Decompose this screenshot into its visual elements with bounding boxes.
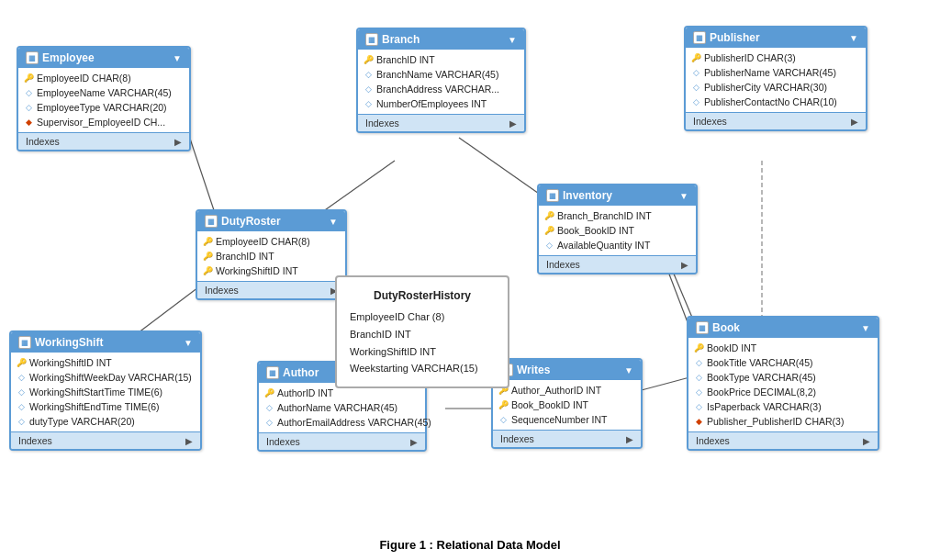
table-icon: ▦ (26, 51, 39, 64)
field-row: ◇ BranchName VARCHAR(45) (358, 67, 524, 82)
pk-icon: 🔑 (17, 358, 26, 367)
field-row: 🔑 Book_BookID INT (539, 223, 696, 238)
table-icon: ▦ (266, 366, 279, 379)
field-row: ◇ WorkingShiftEndTime TIME(6) (11, 399, 200, 414)
field-row: ◇ NumberOfEmployees INT (358, 96, 524, 111)
employee-table: ▦ Employee ▼ 🔑 EmployeeID CHAR(8) ◇ Empl… (17, 46, 191, 151)
dutyroster-table: ▦ DutyRoster ▼ 🔑 EmployeeID CHAR(8) 🔑 Br… (196, 209, 347, 300)
field-row: 🔑 EmployeeID CHAR(8) (18, 71, 189, 85)
pk-icon: 🔑 (694, 343, 703, 353)
field-row: 🔑 BranchID INT (358, 52, 524, 67)
writes-table: ▦ Writes ▼ 🔑 Author_AuthorID INT 🔑 Book_… (491, 358, 643, 449)
field-row: 🔑 WorkingShiftID INT (11, 355, 200, 370)
field-row: 🔑 Branch_BranchID INT (539, 208, 696, 223)
field-icon: ◇ (498, 415, 508, 424)
pk-icon: 🔑 (498, 400, 508, 409)
writes-header: ▦ Writes ▼ (493, 360, 641, 380)
field-row: 🔑 BranchID INT (197, 249, 345, 263)
writes-body: 🔑 Author_AuthorID INT 🔑 Book_BookID INT … (493, 380, 641, 430)
dutyroster-indexes[interactable]: Indexes ▶ (197, 281, 345, 298)
diagram-container: ▦ Employee ▼ 🔑 EmployeeID CHAR(8) ◇ Empl… (0, 0, 940, 532)
field-row: 🔑 Book_BookID INT (493, 398, 641, 412)
field-icon: ◇ (24, 103, 33, 112)
book-header: ▦ Book ▼ (688, 318, 878, 338)
branch-body: 🔑 BranchID INT ◇ BranchName VARCHAR(45) … (358, 50, 524, 114)
field-icon: ◇ (694, 387, 703, 397)
branch-table: ▦ Branch ▼ 🔑 BranchID INT ◇ BranchName V… (356, 28, 526, 133)
field-icon: ◇ (691, 83, 700, 92)
field-row: ◇ EmployeeName VARCHAR(45) (18, 85, 189, 100)
field-row: ◇ SequenceNumber INT (493, 412, 641, 427)
field-row: 🔑 Author_AuthorID INT (493, 383, 641, 398)
field-row: ◇ AvailableQuantity INT (539, 238, 696, 252)
field-icon: ◇ (691, 68, 700, 77)
publisher-indexes[interactable]: Indexes ▶ (686, 112, 866, 129)
field-row: ◇ BranchAddress VARCHAR... (358, 82, 524, 96)
table-icon: ▦ (546, 189, 559, 202)
branch-indexes[interactable]: Indexes ▶ (358, 114, 524, 131)
field-icon: ◇ (264, 403, 274, 412)
field-row: BranchID INT (350, 326, 495, 343)
field-row: ◇ PublisherCity VARCHAR(30) (686, 80, 866, 95)
employee-body: 🔑 EmployeeID CHAR(8) ◇ EmployeeName VARC… (18, 68, 189, 132)
field-row: 🔑 PublisherID CHAR(3) (686, 50, 866, 65)
workingshift-indexes[interactable]: Indexes ▶ (11, 431, 200, 449)
field-icon: ◇ (544, 241, 554, 250)
author-indexes[interactable]: Indexes ▶ (259, 432, 425, 450)
dutyrosterhistory-title: DutyRosterHistory (350, 286, 495, 305)
table-icon: ▦ (696, 321, 709, 334)
field-row: ◇ WorkingShiftStartTime TIME(6) (11, 385, 200, 399)
field-icon: ◇ (24, 88, 33, 97)
field-row: ◇ AuthorEmailAddress VARCHAR(45) (259, 415, 425, 430)
field-icon: ◇ (694, 358, 703, 367)
employee-header: ▦ Employee ▼ (18, 48, 189, 68)
field-row: ◆ Supervisor_EmployeeID CH... (18, 115, 189, 129)
field-icon: ◇ (364, 70, 373, 79)
field-row: ◆ Publisher_PublisherID CHAR(3) (688, 414, 878, 429)
notnull-icon: ◆ (694, 417, 703, 426)
table-icon: ▦ (365, 33, 378, 46)
book-indexes[interactable]: Indexes ▶ (688, 431, 878, 449)
workingshift-body: 🔑 WorkingShiftID INT ◇ WorkingShiftWeekD… (11, 353, 200, 431)
field-icon: ◇ (364, 99, 373, 108)
table-icon: ▦ (18, 336, 31, 349)
field-icon: ◇ (691, 97, 700, 106)
field-row: ◇ BookTitle VARCHAR(45) (688, 355, 878, 370)
pk-icon: 🔑 (364, 55, 373, 64)
field-icon: ◇ (264, 418, 274, 427)
field-row: ◇ EmployeeType VARCHAR(20) (18, 100, 189, 115)
writes-indexes[interactable]: Indexes ▶ (493, 430, 641, 447)
pk-icon: 🔑 (544, 211, 554, 220)
field-row: ◇ dutyType VARCHAR(20) (11, 414, 200, 429)
pk-icon: 🔑 (203, 252, 212, 261)
inventory-indexes[interactable]: Indexes ▶ (539, 255, 696, 273)
pk-icon: 🔑 (203, 266, 212, 275)
field-icon: ◇ (694, 373, 703, 382)
figure-caption: Figure 1 : Relational Data Model (0, 532, 940, 557)
field-icon: ◇ (17, 387, 26, 397)
inventory-table: ▦ Inventory ▼ 🔑 Branch_BranchID INT 🔑 Bo… (537, 184, 698, 274)
field-row: 🔑 EmployeeID CHAR(8) (197, 234, 345, 249)
workingshift-table: ▦ WorkingShift ▼ 🔑 WorkingShiftID INT ◇ … (9, 330, 202, 451)
author-body: 🔑 AuthorID INT ◇ AuthorName VARCHAR(45) … (259, 383, 425, 432)
field-row: ◇ BookType VARCHAR(45) (688, 370, 878, 385)
field-icon: ◇ (694, 402, 703, 411)
field-icon: ◇ (17, 417, 26, 426)
inventory-body: 🔑 Branch_BranchID INT 🔑 Book_BookID INT … (539, 206, 696, 255)
field-row: ◇ PublisherName VARCHAR(45) (686, 65, 866, 80)
publisher-body: 🔑 PublisherID CHAR(3) ◇ PublisherName VA… (686, 48, 866, 112)
publisher-header: ▦ Publisher ▼ (686, 28, 866, 48)
pk-icon: 🔑 (691, 53, 700, 62)
field-icon: ◇ (17, 373, 26, 382)
book-body: 🔑 BookID INT ◇ BookTitle VARCHAR(45) ◇ B… (688, 338, 878, 431)
table-icon: ▦ (693, 31, 706, 44)
workingshift-header: ▦ WorkingShift ▼ (11, 332, 200, 353)
field-icon: ◇ (364, 84, 373, 94)
dutyrosterhistory-table: DutyRosterHistory EmployeeID Char (8) Br… (335, 275, 509, 388)
employee-indexes[interactable]: Indexes ▶ (18, 132, 189, 150)
field-row: 🔑 BookID INT (688, 341, 878, 355)
branch-header: ▦ Branch ▼ (358, 29, 524, 50)
pk-icon: 🔑 (264, 388, 274, 398)
pk-icon: 🔑 (544, 226, 554, 235)
field-row: ◇ AuthorName VARCHAR(45) (259, 400, 425, 415)
